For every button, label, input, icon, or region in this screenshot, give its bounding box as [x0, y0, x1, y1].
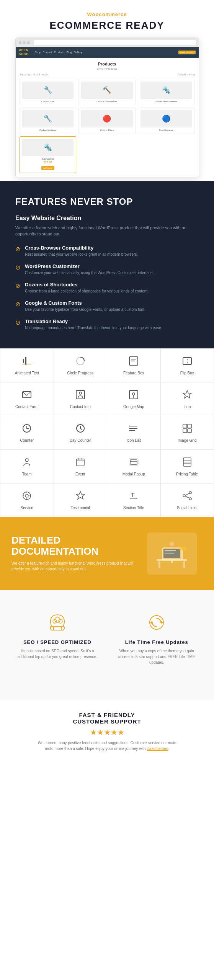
check-circle-icon-1: ⊘	[15, 245, 20, 253]
shortcode-pricing-table[interactable]: Pricing Table	[161, 450, 214, 483]
browser-dot-3	[27, 41, 30, 44]
flip-box-label: Flip Box	[180, 371, 194, 375]
product-circular-saw-deluxe[interactable]: 🔨 Circular Saw Deluxe	[78, 79, 136, 105]
product-name-2: Circular Saw Deluxe	[81, 100, 133, 103]
svg-marker-77	[161, 621, 163, 624]
product-img-5: 🔴	[81, 110, 133, 127]
svg-rect-5	[131, 359, 136, 359]
cart-button[interactable]: New Product	[178, 51, 195, 54]
product-dust-extractor[interactable]: 🔵 Dust Extractor	[138, 108, 195, 134]
service-label: Service	[21, 506, 33, 510]
animated-text-icon	[21, 356, 32, 369]
svg-point-53	[183, 495, 185, 497]
shortcode-google-map[interactable]: Google Map	[107, 382, 161, 416]
svg-marker-78	[150, 621, 152, 624]
features-desc: We offer a feature-rich and highly funct…	[15, 225, 199, 237]
testimonial-icon	[75, 490, 86, 503]
image-grid-icon	[182, 423, 193, 436]
svg-marker-14	[183, 390, 191, 398]
svg-rect-38	[130, 460, 137, 464]
check-circle-icon-5: ⊘	[15, 319, 20, 326]
shortcode-service[interactable]: Service	[0, 483, 54, 517]
shortcode-modal-popup[interactable]: Modal Popup	[107, 450, 161, 483]
svg-point-54	[189, 492, 191, 494]
product-img-1: 🔧	[22, 82, 74, 99]
section-title-icon: T	[128, 490, 139, 503]
social-links-label: Social Links	[177, 506, 197, 510]
support-link[interactable]: Zazothemes	[147, 746, 168, 751]
benefit-desc-2: When you buy a copy of the theme you gai…	[117, 648, 197, 665]
contact-info-label: Contact Info	[70, 405, 91, 409]
browser-content: Products Shop > Products Showing 1–9 of …	[16, 58, 199, 177]
add-to-cart-button[interactable]: Add to cart	[41, 166, 54, 170]
shortcode-social-links[interactable]: Social Links	[161, 483, 214, 517]
shortcode-team[interactable]: Team	[0, 450, 54, 483]
pricing-table-label: Pricing Table	[176, 472, 198, 476]
shortcode-event[interactable]: Event	[54, 450, 108, 483]
support-desc: We earned many positive feedbacks and su…	[34, 740, 180, 751]
woo-label: Woocommerce	[8, 11, 206, 17]
shortcode-icon-list[interactable]: Icon List	[107, 416, 161, 450]
svg-point-32	[25, 459, 28, 462]
feature-desc-1: Rest assured that your website looks gre…	[25, 252, 138, 257]
svg-point-25	[129, 425, 131, 426]
team-label: Team	[22, 472, 31, 476]
product-screwdriver[interactable]: 🔩 Screwdriver $22.00 Add to cart	[20, 136, 77, 173]
nav-shop[interactable]: Shop	[35, 51, 41, 54]
counter-label: Counter	[20, 438, 34, 443]
svg-rect-65	[165, 553, 174, 554]
check-circle-icon-2: ⊘	[15, 264, 20, 271]
svg-point-69	[170, 542, 174, 546]
service-icon	[21, 490, 32, 503]
products-grid: 🔧 Circular Saw 🔨 Circular Saw Deluxe 🔩 C…	[20, 79, 195, 173]
features-subtitle: Easy Website Creation	[15, 215, 199, 222]
nav-products[interactable]: Products	[54, 51, 65, 54]
nav-blog[interactable]: Blog	[67, 51, 72, 54]
sort-select[interactable]: Default sorting	[177, 73, 194, 76]
browser-bar	[16, 38, 199, 47]
nav-gallery[interactable]: Gallery	[74, 51, 82, 54]
shortcode-icon[interactable]: Icon	[161, 382, 214, 416]
check-circle-icon-3: ⊘	[15, 282, 20, 289]
product-name-4: Carbon Multitool	[22, 129, 74, 131]
shortcode-animated-text[interactable]: Animated Text	[0, 349, 54, 382]
benefit-title-2: Life Time Free Updates	[117, 639, 197, 645]
svg-rect-31	[188, 429, 191, 433]
benefit-title-1: SEO / SPEED OPTIMIZED	[17, 639, 98, 645]
features-section: FEATURES NEVER STOP Easy Website Creatio…	[0, 181, 214, 348]
product-construction-hammer[interactable]: 🔩 Construction Hammer	[138, 79, 195, 105]
product-img-4: 🔧	[22, 110, 74, 127]
shortcode-section-title[interactable]: T Section Title	[107, 483, 161, 517]
svg-point-55	[189, 498, 191, 500]
feature-box-icon	[128, 356, 139, 369]
svg-rect-66	[171, 560, 173, 563]
product-name-7: Screwdriver	[22, 158, 74, 160]
svg-rect-30	[183, 429, 187, 433]
svg-marker-50	[76, 492, 85, 499]
benefit-desc-1: It's built based on SEO and speed. So it…	[17, 648, 98, 660]
svg-line-57	[185, 496, 189, 498]
shortcode-testimonial[interactable]: Testimonial	[54, 483, 108, 517]
shortcode-contact-info[interactable]: Contact Info	[54, 382, 108, 416]
product-carbon-multitool[interactable]: 🔧 Carbon Multitool	[20, 108, 77, 134]
logo-line2: ARCH	[19, 52, 29, 56]
shortcode-day-counter[interactable]: Day Counter	[54, 416, 108, 450]
day-counter-icon	[75, 423, 86, 436]
shortcode-feature-box[interactable]: Feature Box	[107, 349, 161, 382]
feature-content-5: Translation Ready No language boundaries…	[25, 318, 162, 331]
nav-contact[interactable]: Contact	[43, 51, 52, 54]
product-cutting-pliers[interactable]: 🔴 Cutting Pliers	[78, 108, 136, 134]
shortcode-counter[interactable]: Counter	[0, 416, 54, 450]
seo-icon	[17, 613, 98, 635]
svg-rect-0	[23, 359, 24, 363]
feature-item-1: ⊘ Cross-Browser Compatibility Rest assur…	[15, 245, 199, 257]
product-circular-saw[interactable]: 🔧 Circular Saw	[20, 79, 77, 105]
modal-popup-icon	[128, 457, 139, 470]
products-breadcrumb: Shop > Products	[20, 67, 195, 70]
svg-text:T: T	[131, 492, 135, 498]
shortcode-contact-form[interactable]: Contact Form	[0, 382, 54, 416]
shortcode-circle-progress[interactable]: Circle Progress	[54, 349, 108, 382]
shortcode-flip-box[interactable]: Flip Box	[161, 349, 214, 382]
image-grid-label: Image Grid	[178, 438, 196, 443]
shortcode-image-grid[interactable]: Image Grid	[161, 416, 214, 450]
